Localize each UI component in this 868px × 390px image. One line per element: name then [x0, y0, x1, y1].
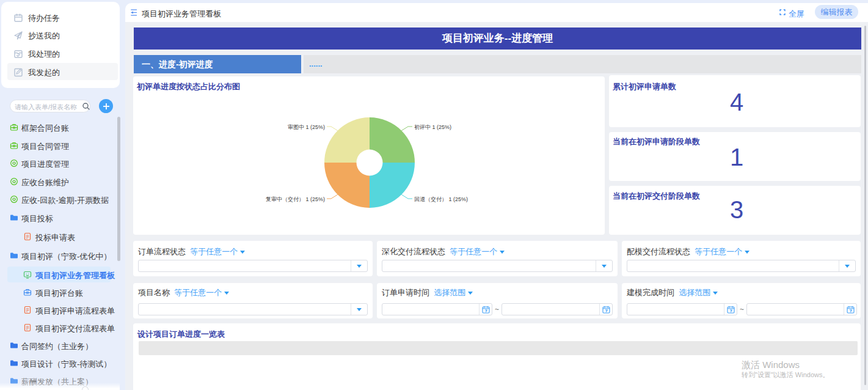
svg-text:复审中（交付） 1 (25%): 复审中（交付） 1 (25%): [266, 196, 325, 202]
svg-text:初评中 1 (25%): 初评中 1 (25%): [414, 124, 451, 130]
svg-text:审图中 1 (25%): 审图中 1 (25%): [288, 124, 325, 130]
svg-text:回退（交付） 1 (25%): 回退（交付） 1 (25%): [414, 196, 468, 202]
